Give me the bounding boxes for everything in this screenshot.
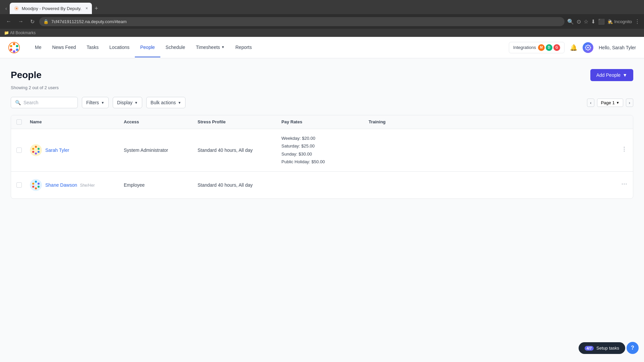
incognito-btn[interactable]: 🕵 Incognito [607,19,632,24]
profile-icon[interactable]: ⬛ [598,18,605,25]
incognito-label: Incognito [614,19,632,24]
svg-point-22 [38,186,40,188]
select-all-checkbox[interactable] [16,119,22,125]
tab-close-btn[interactable]: × [86,6,88,11]
svg-point-26 [622,184,623,185]
download-icon[interactable]: ⬇ [591,18,595,25]
int-dot-3: G [553,44,560,51]
search-icon[interactable]: 🔍 [567,18,574,25]
bookmark-icon[interactable]: ☆ [584,18,588,25]
menu-icon[interactable]: ⋮ [635,18,640,25]
filters-dropdown-icon: ▼ [101,101,104,105]
reload-btn[interactable]: ↻ [28,17,37,26]
display-button[interactable]: Display ▼ [113,97,142,108]
logo-icon [8,42,20,54]
people-table: Name Access Stress Profile Pay Rates Tra… [11,115,633,199]
display-dropdown-icon: ▼ [135,101,138,105]
stress-profile-cell-2: Standard 40 hours, All day [198,182,281,188]
nav-item-reports[interactable]: Reports [230,38,257,57]
access-cell-1: System Administrator [124,147,198,153]
toolbar-icons: 🔍 ⊙ ☆ ⬇ ⬛ 🕵 Incognito ⋮ [567,18,640,25]
person-name-1[interactable]: Sarah Tyler [45,147,69,153]
svg-point-21 [38,183,40,185]
page-dropdown-icon: ▼ [616,101,620,105]
settings-icon[interactable] [583,42,593,53]
nav-item-timesheets[interactable]: Timesheets ▼ [191,38,230,57]
nav-item-schedule[interactable]: Schedule [160,38,191,57]
url-text: 7cf47d19112152.na.deputy.com/#team [51,19,127,24]
more-options-icon-2[interactable] [621,181,628,187]
tab-title: Moodjoy - Powered By Deputy. [22,6,82,11]
col-stress-profile: Stress Profile [198,119,281,125]
svg-text:★: ★ [15,7,17,10]
search-box[interactable]: 🔍 Search [11,97,78,108]
new-tab-btn[interactable]: + [92,5,101,12]
filters-button[interactable]: Filters ▼ [82,97,109,108]
col-name: Name [30,119,124,125]
browser-toolbar: ← → ↻ 🔒 7cf47d19112152.na.deputy.com/#te… [0,14,644,29]
row-checkbox-1[interactable] [16,147,22,153]
col-training: Training [369,119,611,125]
add-people-dropdown-icon: ▼ [623,72,627,78]
next-page-btn[interactable]: › [626,99,633,107]
pagination: ‹ Page 1 ▼ › [587,99,633,107]
search-placeholder: Search [23,100,38,105]
svg-point-12 [38,151,40,153]
person-pronoun-2: She/Her [80,183,95,188]
forward-btn[interactable]: → [16,17,25,26]
setup-tasks-widget[interactable]: 4/7 Setup tasks [579,342,625,354]
svg-point-6 [13,50,15,53]
access-cell-2: Employee [124,182,198,188]
integrations-btn[interactable]: Integrations M D G [509,42,565,53]
bulk-actions-dropdown-icon: ▼ [178,101,181,105]
stress-profile-cell-1: Standard 40 hours, All day [198,147,281,153]
svg-point-7 [10,48,12,51]
logo[interactable] [8,42,20,54]
row-actions-2[interactable] [611,181,628,189]
nav-item-people[interactable]: People [135,38,160,57]
row-checkbox-2[interactable] [16,182,22,188]
bookmarks-bar: 📁 All Bookmarks [0,29,644,37]
person-name-2[interactable]: Shane Dawson [45,182,77,188]
address-bar[interactable]: 🔒 7cf47d19112152.na.deputy.com/#team [39,17,565,26]
timesheets-dropdown-icon: ▼ [221,45,225,49]
svg-point-17 [624,149,625,150]
browser-tabs: ‹ ★ Moodjoy - Powered By Deputy. × + [0,0,644,14]
svg-point-5 [16,48,18,51]
setup-tasks-label: Setup tasks [596,346,619,351]
reader-mode-icon[interactable]: ⊙ [577,18,581,25]
bulk-actions-button[interactable]: Bulk actions ▼ [146,97,185,108]
nav-right: Integrations M D G 🔔 Hello, Sarah Tyler [509,42,636,53]
svg-point-13 [35,153,37,155]
nav-item-newsfeed[interactable]: News Feed [47,38,81,57]
page-title: People [11,70,42,80]
nav-items: Me News Feed Tasks Locations People Sche… [30,38,509,57]
gear-icon [585,45,591,51]
help-button[interactable]: ? [627,342,639,354]
svg-point-4 [16,45,18,47]
notifications-icon[interactable]: 🔔 [570,44,577,51]
row-actions-1[interactable] [611,146,628,154]
person-cell-1: Sarah Tyler [30,144,124,156]
nav-item-tasks[interactable]: Tasks [81,38,104,57]
more-options-icon-1[interactable] [621,146,628,153]
nav-item-me[interactable]: Me [30,38,47,57]
page-select[interactable]: Page 1 ▼ [597,99,623,107]
back-btn[interactable]: ← [4,17,13,26]
col-pay-rates: Pay Rates [281,119,369,125]
svg-point-18 [624,151,625,152]
prev-page-btn[interactable]: ‹ [587,99,594,107]
integrations-label: Integrations [513,45,536,50]
add-people-button[interactable]: Add People ▼ [590,69,633,81]
col-access: Access [124,119,198,125]
svg-point-10 [35,146,37,148]
svg-point-16 [624,147,625,148]
tab-nav-back[interactable]: ‹ [3,4,10,12]
integration-dots: M D G [538,44,560,51]
svg-point-25 [32,183,34,185]
table-row: Sarah Tyler System Administrator Standar… [11,129,633,172]
active-tab[interactable]: ★ Moodjoy - Powered By Deputy. × [10,3,92,14]
lock-icon: 🔒 [43,19,49,24]
nav-item-locations[interactable]: Locations [104,38,135,57]
app-container: Me News Feed Tasks Locations People Sche… [0,37,644,362]
